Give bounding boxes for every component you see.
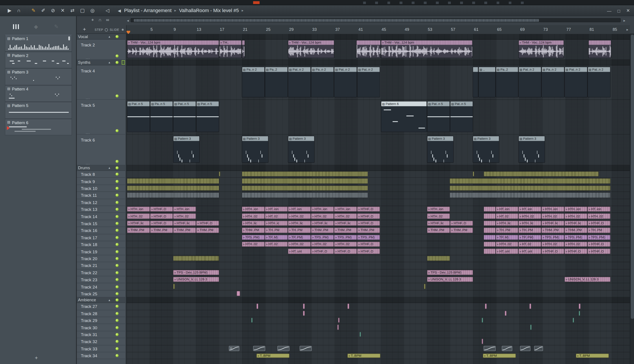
clip[interactable]: »T..BPM [576,354,609,358]
clip[interactable]: »UNISON_V..LL 126 3 [427,277,473,282]
minimize-button[interactable]: — [607,8,611,13]
track-lane[interactable] [126,185,630,192]
clip[interactable]: ▤Pattern 6 [381,101,427,132]
clip[interactable]: »THM - Voc..124 bpm [127,40,219,58]
track-lane[interactable] [126,262,630,269]
clip[interactable] [424,284,426,289]
track-lane[interactable] [126,192,630,199]
mute-led[interactable] [116,208,118,211]
clip[interactable] [484,249,496,254]
clip[interactable]: »HTH..02 [518,214,542,219]
magnet-icon[interactable]: ∩ [98,18,102,22]
collapse-icon[interactable]: ▲ [108,166,111,169]
clip[interactable]: »HTH..02 [588,214,611,219]
clip[interactable]: ▤Pa..n 2 [242,67,265,98]
clip[interactable]: »TH..PM [588,228,611,233]
clip[interactable] [251,318,253,323]
clip[interactable]: »HTH..02 [427,214,450,219]
clip[interactable] [338,318,340,323]
clip[interactable] [473,171,474,177]
mute-led[interactable] [116,95,118,98]
clip[interactable]: »HT..02 [265,214,288,219]
clip[interactable] [529,304,531,309]
clip[interactable] [484,220,496,226]
track-lane[interactable]: ▤Pa..n 2▤Pa..2▤Pat..n 2▤Pa..n 2▤Pat..n 2… [126,65,630,100]
clip[interactable]: »TPS..PM) [541,234,564,240]
clip[interactable]: »HTH..ion [334,206,357,212]
clip[interactable] [484,171,599,177]
track-header[interactable]: Track 16 [77,227,125,234]
track-lane[interactable] [126,290,630,298]
track-header[interactable]: Track 2... [77,40,125,60]
scroll-right-icon[interactable]: ▸ [624,18,625,22]
clip[interactable]: »HT..ion [288,206,311,212]
clip[interactable] [578,310,580,316]
clip[interactable]: ▤Pat..n 2 [564,67,588,98]
mute-led[interactable] [116,61,118,64]
clip[interactable] [242,171,368,177]
track-header[interactable]: Track 21 [77,262,125,269]
track-header[interactable]: Track 33 [77,345,125,352]
vertical-scrollbar-thumb[interactable] [631,35,634,319]
clip[interactable]: »HTH..02 [334,242,357,247]
timeline-ruler[interactable]: ▸ 59131721252933374145495357616569737781… [126,25,630,34]
clip[interactable]: »THM..PM [564,228,588,233]
clip[interactable]: »HTHF..O [588,242,611,247]
clip[interactable] [348,304,349,309]
mute-led[interactable] [116,166,118,169]
clip[interactable]: »HTH..lic [288,220,311,226]
clip[interactable] [502,346,512,351]
delete-tool-icon[interactable]: ⊘ [51,8,55,13]
clip[interactable]: U.. [229,346,240,351]
collapse-icon[interactable]: ▲ [108,35,111,38]
link-icon[interactable]: ∞ [106,18,109,22]
track-header[interactable]: Track 14 [77,213,125,220]
clip[interactable] [450,185,610,191]
track-header[interactable]: Track 15 [77,220,125,227]
clip[interactable]: »HTH..ion [127,206,150,212]
mute-led[interactable] [116,129,118,132]
clip[interactable]: »TP..M) [496,234,518,240]
clip[interactable] [482,339,483,344]
mute-led[interactable] [116,354,118,357]
clip[interactable]: ▤Pat..n 2 [357,67,380,98]
add-pattern-button[interactable]: + [35,355,38,361]
clip[interactable]: »THM..PM [357,228,380,233]
clip[interactable] [588,40,611,58]
track-header[interactable]: Track 22 [77,269,125,276]
track-lane[interactable] [126,284,630,290]
track-header[interactable]: Track 30 [77,324,125,331]
track-lane[interactable]: »HTHF..lic»HTHF..O»HTHF..lic»HTHF..O»HTH… [126,220,630,227]
clip[interactable]: ▤Pattern 3 [473,136,499,163]
track-header[interactable]: Track 29 [77,317,125,324]
clip[interactable]: »TH..PM [518,228,542,233]
clip[interactable]: »TPS..PM) [311,234,334,240]
speaker-icon[interactable]: ◀ [118,8,121,13]
clip[interactable]: »TPS - Dev..125 BPM) [173,270,219,275]
mute-led[interactable] [116,285,118,288]
track-lane[interactable]: U.. [126,345,630,352]
clip[interactable]: ▤Pat..n 2 [288,67,311,98]
clip[interactable]: »HTH..02 [127,214,150,219]
track-header[interactable]: Track 4... [77,65,125,100]
clip[interactable]: »HTH..ion [242,206,265,212]
pattern-item[interactable]: ▤Pattern 3 [5,68,72,85]
clip[interactable]: ▤Pat..n 5 [173,101,196,132]
mute-led[interactable] [116,319,118,322]
clip[interactable]: »HTH..02 [541,214,564,219]
clip[interactable]: »THM..PM [173,228,196,233]
clip[interactable]: »T..BPM [483,354,516,358]
clip[interactable] [300,346,312,351]
track-header[interactable]: Track 34 [77,352,125,360]
clip[interactable]: »TPS..PM) [588,234,611,240]
clip[interactable] [578,304,580,309]
clip[interactable]: »HTHF..O [450,220,473,226]
clip[interactable] [484,234,496,240]
clip[interactable] [473,67,478,98]
clip[interactable]: »HTH..lic [496,220,518,226]
clip[interactable]: »UNISON_V..LL 126 3 [173,277,219,282]
track-lane[interactable]: »THM - Voc..124 bpm»TH..»THM - Voc..124 … [126,40,630,60]
clip[interactable]: »HTHF..O [588,249,611,254]
scroll-left-icon[interactable]: ◂ [127,18,129,22]
clip[interactable]: »HT..unt [288,249,311,254]
